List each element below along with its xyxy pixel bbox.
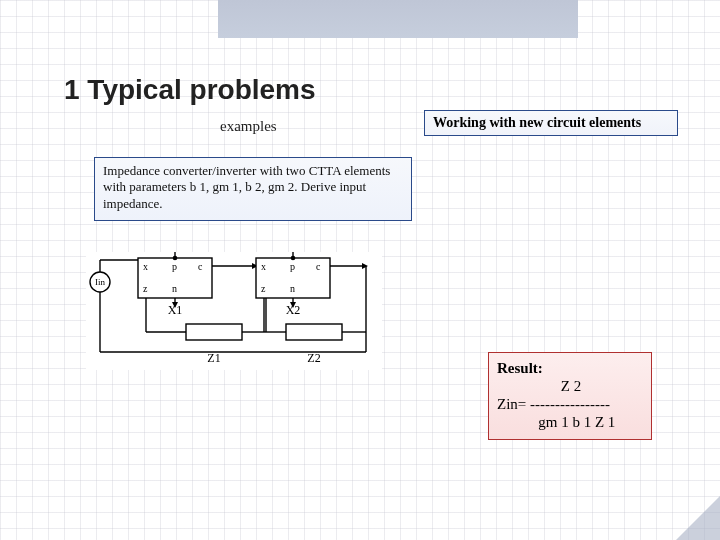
subtitle-examples: examples <box>220 118 277 135</box>
port-n-2: n <box>290 283 295 294</box>
header-accent-bar <box>218 0 578 38</box>
result-numerator: Z 2 <box>497 378 581 394</box>
port-c-1: c <box>198 261 203 272</box>
page-title: 1 Typical problems <box>64 74 316 106</box>
circuit-svg: Iin x z c p n X1 Z1 <box>86 252 382 370</box>
port-x-2: x <box>261 261 266 272</box>
port-z-2: z <box>261 283 266 294</box>
label-z1: Z1 <box>207 351 220 365</box>
circuit-diagram: Iin x z c p n X1 Z1 <box>86 252 382 370</box>
result-title: Result: <box>497 360 543 376</box>
svg-rect-24 <box>286 324 342 340</box>
page-corner-fold <box>676 496 720 540</box>
svg-marker-21 <box>362 263 368 269</box>
svg-rect-12 <box>186 324 242 340</box>
port-n-1: n <box>172 283 177 294</box>
problem-statement-text: Impedance converter/inverter with two CT… <box>103 163 390 211</box>
port-z-1: z <box>143 283 148 294</box>
label-z2: Z2 <box>307 351 320 365</box>
port-p-2: p <box>290 261 295 272</box>
result-box: Result: Z 2 Zin= ---------------- gm 1 b… <box>488 352 652 440</box>
result-denominator: gm 1 b 1 Z 1 <box>497 414 615 430</box>
result-fraction-line: Zin= ---------------- <box>497 396 610 412</box>
topic-badge: Working with new circuit elements <box>424 110 678 136</box>
port-p-1: p <box>172 261 177 272</box>
problem-statement-box: Impedance converter/inverter with two CT… <box>94 157 412 221</box>
label-iin: Iin <box>95 277 105 287</box>
port-c-2: c <box>316 261 321 272</box>
port-x-1: x <box>143 261 148 272</box>
